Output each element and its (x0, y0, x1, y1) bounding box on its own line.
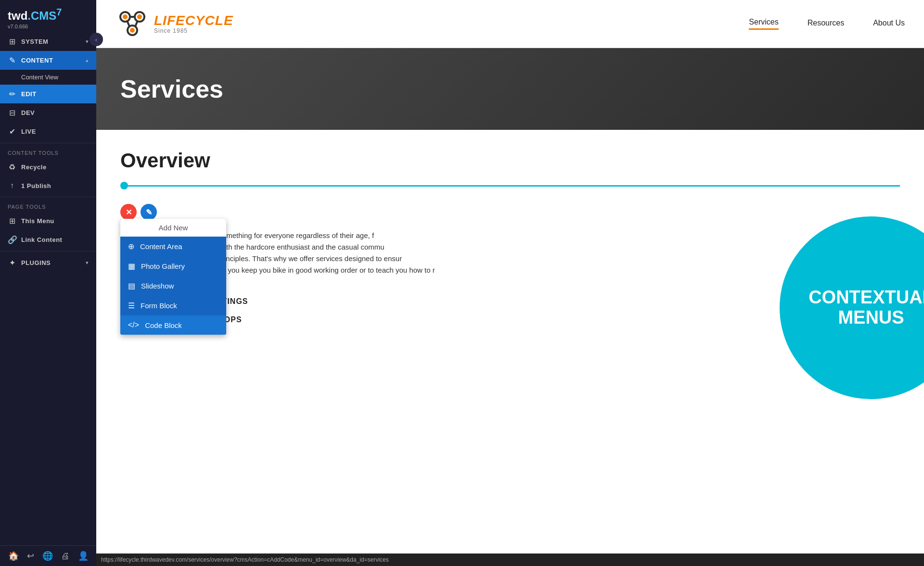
svg-point-7 (137, 14, 142, 19)
globe-icon[interactable]: 🌐 (42, 551, 53, 561)
sidebar-item-live[interactable]: ✔ LIVE (0, 122, 96, 141)
nav-link-services[interactable]: Services (749, 18, 778, 30)
dev-label: DEV (21, 109, 89, 116)
dropdown-item-form-block[interactable]: ☰ Form Block (120, 296, 226, 315)
recycle-label: Recycle (21, 164, 89, 171)
sidebar-item-link-content[interactable]: 🔗 Link Content (0, 230, 96, 249)
link-content-label: Link Content (21, 236, 89, 243)
site-logo-text: LIFECYCLE Since 1985 (154, 13, 233, 35)
sidebar-bottom-bar: 🏠 ↩ 🌐 🖨 👤 (0, 545, 96, 566)
contextual-menus-text: CONTEXTUALMENUS (799, 278, 924, 338)
content-label: CONTENT (21, 57, 81, 64)
print-icon[interactable]: 🖨 (61, 551, 70, 561)
svg-point-6 (123, 14, 128, 19)
hero-title: Services (120, 75, 223, 103)
edit-label: EDIT (21, 90, 89, 98)
recycle-icon: ♻ (8, 163, 16, 172)
divider-2 (0, 197, 96, 197)
sidebar-item-this-menu[interactable]: ⊞ This Menu (0, 212, 96, 230)
dev-icon: ⊟ (8, 108, 16, 117)
dropdown-header: Add New (120, 219, 226, 237)
edit-square-icon: ✎ (8, 56, 16, 65)
site-logo: LIFECYCLE Since 1985 (116, 7, 233, 41)
code-block-label: Code Block (145, 321, 182, 329)
system-label: SYSTEM (21, 38, 81, 45)
form-block-icon: ☰ (128, 301, 135, 310)
page-content-area: CONTEXTUALMENUS Overview ✕ ✎ Add New ⊕ C… (96, 130, 924, 553)
dropdown-item-content-area[interactable]: ⊕ Content Area (120, 237, 226, 256)
dropdown-item-slideshow[interactable]: ▤ Slideshow (120, 276, 226, 296)
divider-1 (0, 143, 96, 143)
status-url: https://lifecycle.thirdwavedev.com/servi… (101, 556, 389, 563)
slideshow-icon: ▤ (128, 281, 135, 290)
menu-icon: ⊞ (8, 216, 16, 226)
sidebar-item-publish[interactable]: ↑ 1 Publish (0, 176, 96, 195)
home-icon[interactable]: 🏠 (8, 551, 19, 561)
dropdown-item-photo-gallery[interactable]: ▦ Photo Gallery (120, 256, 226, 276)
nav-links: Services Resources About Us (749, 18, 905, 30)
brand-name: LIFECYCLE (154, 13, 233, 28)
link-icon: 🔗 (8, 235, 16, 244)
timeline-line (128, 185, 900, 187)
svg-line-5 (135, 21, 138, 26)
top-navigation: LIFECYCLE Since 1985 Services Resources … (96, 0, 924, 48)
chevron-down-icon: ▾ (86, 38, 89, 45)
nav-link-about[interactable]: About Us (873, 19, 905, 29)
content-area-label: Content Area (140, 242, 182, 251)
section-title: Overview (120, 149, 900, 172)
sidebar-item-edit[interactable]: ✏ EDIT (0, 85, 96, 103)
check-icon: ✔ (8, 127, 16, 136)
body-text-block: an "just a bike shop." We offer somethin… (120, 230, 900, 288)
sidebar-item-content[interactable]: ✎ CONTENT ▴ (0, 51, 96, 70)
dropdown-item-code-block[interactable]: </> Code Block (120, 315, 226, 335)
page-tools-label: Page Tools (0, 199, 96, 212)
sidebar-logo: twd.CMS7 v7.0.666 (0, 0, 96, 32)
chevron-down-icon-2: ▾ (86, 260, 89, 266)
status-bar: https://lifecycle.thirdwavedev.com/servi… (96, 553, 924, 566)
plugins-icon: ✦ (8, 258, 16, 267)
sidebar-item-recycle[interactable]: ♻ Recycle (0, 158, 96, 176)
nav-link-resources[interactable]: Resources (808, 19, 844, 29)
publish-label: 1 Publish (21, 182, 89, 189)
slideshow-label: Slideshow (141, 282, 174, 290)
publish-icon: ↑ (8, 181, 16, 190)
live-label: LIVE (21, 128, 89, 135)
close-button[interactable]: ✕ (120, 204, 137, 220)
add-new-dropdown: Add New ⊕ Content Area ▦ Photo Gallery ▤… (120, 219, 226, 335)
grid-icon: ⊞ (8, 37, 16, 46)
plugins-label: PLUGINS (21, 259, 81, 266)
content-tools-label: Content Tools (0, 145, 96, 158)
pencil-button[interactable]: ✎ (141, 204, 157, 220)
undo-icon[interactable]: ↩ (27, 551, 34, 561)
main-area: LIFECYCLE Since 1985 Services Resources … (96, 0, 924, 566)
version-label: v7.0.666 (8, 24, 89, 29)
sidebar-item-dev[interactable]: ⊟ DEV (0, 103, 96, 122)
timeline-bar (120, 182, 900, 189)
pencil-icon: ✏ (8, 89, 16, 99)
hero-banner: Services (96, 48, 924, 130)
gear-logo-icon (116, 7, 149, 41)
chevron-up-icon: ▴ (86, 57, 89, 63)
sidebar-item-content-view[interactable]: Content View (0, 70, 96, 85)
body-paragraph: an "just a bike shop." We offer somethin… (120, 230, 900, 288)
divider-3 (0, 251, 96, 252)
svg-point-8 (130, 28, 135, 33)
form-block-label: Form Block (141, 302, 177, 310)
user-icon[interactable]: 👤 (78, 551, 89, 561)
photo-gallery-icon: ▦ (128, 262, 135, 271)
this-menu-label: This Menu (21, 217, 89, 225)
svg-line-4 (127, 21, 129, 26)
edit-buttons-group: ✕ ✎ (120, 204, 900, 220)
content-area-icon: ⊕ (128, 242, 134, 251)
code-block-icon: </> (128, 321, 139, 329)
sidebar-item-plugins[interactable]: ✦ PLUGINS ▾ (0, 253, 96, 272)
timeline-dot (120, 182, 128, 189)
sidebar-collapse-button[interactable]: ‹ (90, 33, 103, 46)
brand-tagline: Since 1985 (154, 28, 233, 34)
photo-gallery-label: Photo Gallery (141, 262, 185, 270)
sidebar-item-system[interactable]: ⊞ SYSTEM ▾ (0, 32, 96, 51)
sidebar: twd.CMS7 v7.0.666 ‹ ⊞ SYSTEM ▾ ✎ CONTENT… (0, 0, 96, 566)
cms-logo: twd.CMS7 (8, 7, 89, 23)
